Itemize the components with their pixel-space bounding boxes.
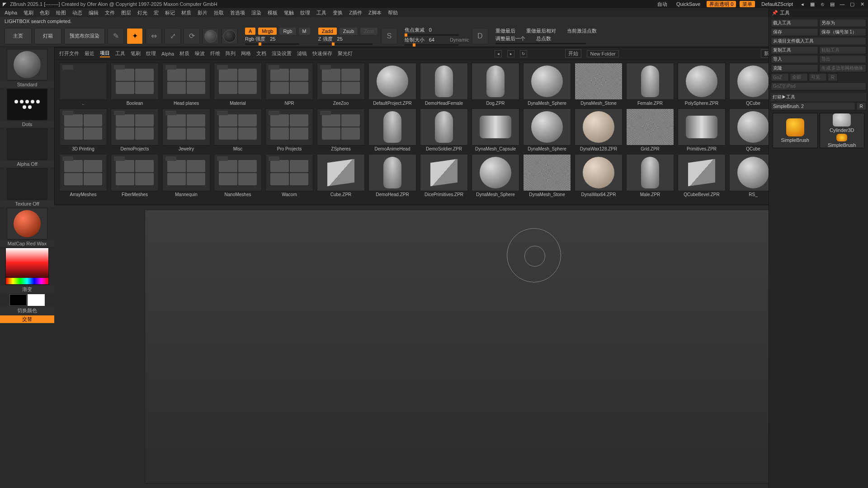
lb-tab-最近[interactable]: 最近	[85, 50, 94, 57]
lb-item[interactable]: Male.ZPR	[626, 154, 674, 197]
alpha-swatch[interactable]	[7, 128, 47, 160]
gizmo-sphere-a-icon[interactable]	[203, 28, 219, 44]
lb-item[interactable]: DynaMesh_Capsule	[472, 108, 519, 151]
lb-item[interactable]: Grid.ZPR	[626, 108, 674, 151]
quicksave-button[interactable]: QuickSave	[674, 1, 703, 7]
prev-icon[interactable]: ◂	[495, 50, 502, 57]
zcut-chip[interactable]: Zcut	[360, 28, 377, 35]
menu-toggle-button[interactable]: 菜单	[740, 1, 755, 7]
lb-item[interactable]: Cube.ZPR	[317, 154, 365, 197]
lb-item[interactable]: DefaultProject.ZPR	[368, 63, 416, 106]
lb-tab-项目[interactable]: 项目	[100, 50, 110, 57]
focal-slider[interactable]	[405, 34, 459, 36]
saveas-button[interactable]: 另存为	[819, 19, 867, 27]
lb-item[interactable]: DemoProjects	[111, 108, 159, 151]
lb-tab-打开文件[interactable]: 打开文件	[59, 50, 79, 57]
hue-bar[interactable]	[6, 278, 48, 284]
zadd-chip[interactable]: Zadd	[318, 28, 337, 35]
lightbox-tool-section[interactable]: 灯箱▶工具	[771, 93, 866, 101]
scale-mode-icon[interactable]: ⤢	[165, 28, 181, 44]
m-chip[interactable]: M	[299, 28, 310, 35]
stroke-swatch[interactable]	[7, 89, 47, 120]
home-button[interactable]: 主页	[5, 28, 32, 44]
lb-item[interactable]: DynaMesh_Sphere	[523, 108, 571, 151]
menu-纹理[interactable]: 纹理	[300, 9, 310, 16]
lb-item[interactable]: Mannequin	[162, 154, 210, 197]
lb-item[interactable]: Material	[214, 63, 262, 106]
menu-编辑[interactable]: 编辑	[89, 9, 99, 16]
loop-icon[interactable]: ↻	[520, 50, 527, 57]
import-button[interactable]: 导入	[771, 55, 818, 63]
lb-item[interactable]: ZSpheres	[317, 108, 365, 151]
export-button[interactable]: 导出	[819, 55, 867, 63]
lightbox-button[interactable]: 灯箱	[34, 28, 61, 44]
menu-模板[interactable]: 模板	[268, 9, 278, 16]
menu-笔刷[interactable]: 笔刷	[24, 9, 33, 16]
dynamic-d-icon[interactable]: D	[472, 28, 488, 44]
undo-slider[interactable]	[495, 43, 586, 44]
lb-item[interactable]: DynaMesh_Sphere	[472, 154, 519, 197]
menu-拾取[interactable]: 拾取	[214, 9, 224, 16]
lb-tab-快速保存[interactable]: 快速保存	[312, 50, 332, 57]
brush-swatch[interactable]	[7, 49, 47, 80]
clone-button[interactable]: 克隆	[771, 64, 818, 72]
menu-工具[interactable]: 工具	[316, 9, 326, 16]
rgb-intensity-value[interactable]: 25	[267, 36, 275, 42]
lb-tab-网格[interactable]: 网格	[241, 50, 251, 57]
lb-tab-材质[interactable]: 材质	[179, 50, 189, 57]
saveinc-button[interactable]: 保存（编号加 1）	[819, 28, 867, 36]
menu-Z脚本[interactable]: Z脚本	[368, 9, 382, 16]
lb-item[interactable]: DynaMesh_Stone	[575, 63, 623, 106]
maximize-icon[interactable]: ▢	[849, 1, 855, 7]
tool-preview-1[interactable]: SimpleBrush	[773, 113, 818, 148]
lb-item[interactable]: Boolean	[111, 63, 159, 106]
menu-绘图[interactable]: 绘图	[56, 9, 66, 16]
zsub-chip[interactable]: Zsub	[340, 28, 358, 35]
rgb-intensity-slider[interactable]	[245, 43, 299, 45]
menu-Z插件[interactable]: Z插件	[349, 9, 362, 16]
menu-Alpha[interactable]: Alpha	[5, 10, 17, 15]
goz-ipad-button[interactable]: GoZ至iPad	[771, 82, 866, 90]
menu-标记[interactable]: 标记	[165, 9, 175, 16]
bpr-button[interactable]: 预览布尔渲染	[64, 28, 105, 44]
lb-item[interactable]: DemoHeadFemale	[420, 63, 468, 106]
lb-item[interactable]: Primitives.ZPR	[678, 108, 726, 151]
move-mode-icon[interactable]: ⇔	[146, 28, 162, 44]
tool-panel-header[interactable]: 📌 工具	[769, 8, 868, 17]
lb-tab-滤镜[interactable]: 滤镜	[297, 50, 307, 57]
tool-preview-2[interactable]: Cylinder3DSimpleBrush	[820, 113, 865, 148]
menu-变换[interactable]: 变换	[333, 9, 343, 16]
lb-item[interactable]: DynaMesh_Stone	[523, 154, 571, 197]
lb-item[interactable]: QCubeBevel.ZPR	[678, 154, 726, 197]
transparency-button[interactable]: 界面透明 0	[707, 1, 736, 7]
goz-r-button[interactable]: R	[828, 73, 838, 81]
gizmo-sphere-b-icon[interactable]	[222, 28, 238, 44]
drawsize-slider[interactable]	[405, 44, 459, 46]
material-swatch[interactable]	[7, 208, 47, 239]
canvas[interactable]	[145, 210, 796, 483]
lb-item[interactable]: NPR	[265, 63, 313, 106]
drawsize-value[interactable]: 64	[426, 37, 434, 42]
menu-笔触[interactable]: 笔触	[284, 9, 294, 16]
mrgb-chip[interactable]: Mrgb	[258, 28, 277, 35]
gradient-label[interactable]: 渐变	[0, 286, 54, 293]
lb-tab-渲染设置[interactable]: 渲染设置	[272, 50, 292, 57]
lb-tab-聚光灯[interactable]: 聚光灯	[338, 50, 353, 57]
rgb-chip[interactable]: Rgb	[279, 28, 296, 35]
load-from-project-button[interactable]: 从项目文件载入工具	[771, 37, 866, 45]
lb-item[interactable]: FiberMeshes	[111, 154, 159, 197]
menu-动态[interactable]: 动态	[72, 9, 82, 16]
goz-all-button[interactable]: 全部	[790, 73, 808, 81]
lb-item[interactable]: ..	[59, 63, 107, 106]
lb-item[interactable]: PolySphere.ZPR	[678, 63, 726, 106]
run-button[interactable]: 开始	[565, 49, 581, 58]
load-tool-button[interactable]: 载入工具	[771, 19, 818, 27]
goz-visible-button[interactable]: 可见	[809, 73, 827, 81]
focal-value[interactable]: 0	[426, 27, 432, 33]
lb-item[interactable]: ZeeZoo	[317, 63, 365, 106]
minimize-icon[interactable]: —	[839, 1, 845, 7]
lb-item[interactable]: DemoAnimeHead	[368, 108, 416, 151]
menu-材质[interactable]: 材质	[181, 9, 191, 16]
default-zscript-button[interactable]: DefaultZScript	[759, 1, 796, 7]
make-polymesh-button[interactable]: 生成 多边形网格物体	[819, 64, 867, 72]
